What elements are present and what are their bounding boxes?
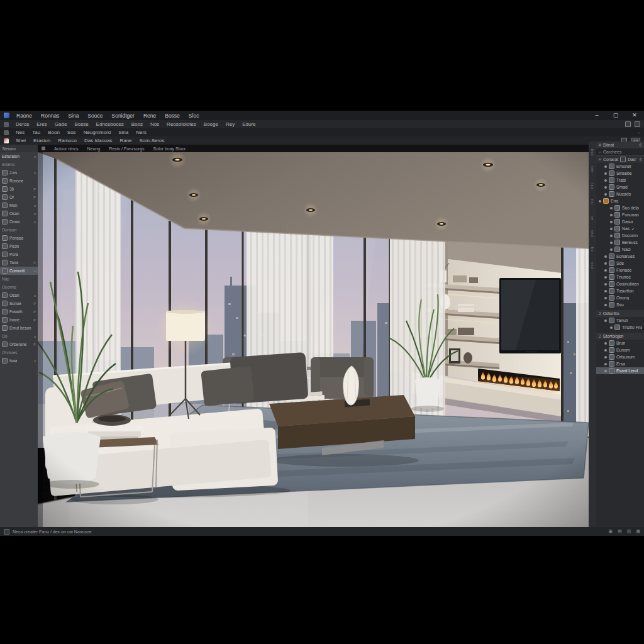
menu-item[interactable]: Rene: [139, 113, 160, 119]
section-environment[interactable]: 2 Storfolojen: [596, 333, 644, 340]
outliner-row[interactable]: Eng: [596, 197, 644, 204]
left-panel-row[interactable]: Mon o: [0, 201, 38, 209]
left-panel-row[interactable]: Peon: [0, 242, 38, 250]
layout-icon[interactable]: [635, 121, 640, 127]
section-materials[interactable]: 2 Odlurtito: [596, 310, 644, 317]
left-panel-row[interactable]: Osan o: [0, 291, 38, 299]
menu-item[interactable]: Sina: [64, 113, 83, 119]
outliner-row[interactable]: Doconin: [596, 232, 644, 239]
outliner-row[interactable]: Orisunum: [596, 353, 644, 360]
search-row[interactable]: ⌕ Garchees: [596, 148, 644, 156]
visibility-icon[interactable]: [610, 221, 613, 223]
visibility-icon[interactable]: [604, 290, 607, 292]
menu-item[interactable]: Boos: [128, 121, 147, 127]
left-panel-row[interactable]: Isaa o: [0, 357, 38, 365]
left-panel-row[interactable]: Orberune P: [0, 340, 38, 348]
menu-item[interactable]: Edure: [238, 121, 259, 127]
menu-item[interactable]: Nes: [12, 130, 28, 135]
visibility-icon[interactable]: [604, 262, 607, 265]
menu-item[interactable]: Sonidtger: [108, 113, 139, 119]
menu-item[interactable]: Reosotolotes: [163, 121, 200, 127]
display-mode-icon[interactable]: [620, 157, 626, 162]
outliner-row[interactable]: Sde: [596, 260, 644, 267]
outliner-row[interactable]: Onong: [596, 294, 644, 301]
status-tool-icon[interactable]: ▥: [627, 529, 631, 534]
visibility-icon[interactable]: [604, 269, 607, 272]
vertical-tab[interactable]: snd: [591, 230, 594, 237]
outliner-row[interactable]: Ssu: [596, 301, 644, 308]
status-tool-icon[interactable]: ▣: [609, 529, 613, 534]
menu-item[interactable]: Bosse: [70, 121, 92, 127]
visibility-icon[interactable]: [604, 342, 607, 345]
left-panel-row[interactable]: Pora: [0, 250, 38, 258]
menu-item[interactable]: Eres: [33, 121, 50, 127]
visibility-icon[interactable]: [604, 356, 607, 358]
outliner-row[interactable]: Tanuti: [596, 317, 644, 324]
left-panel-row[interactable]: Sunue P: [0, 299, 38, 308]
status-tool-icon[interactable]: ▤: [618, 529, 622, 534]
vertical-tab[interactable]: tao: [591, 183, 594, 189]
left-panel-row[interactable]: J-ns o: [0, 169, 38, 177]
visibility-icon[interactable]: [604, 349, 607, 352]
outliner-row[interactable]: Trats: [596, 177, 644, 184]
outliner-row[interactable]: Esant Lend: [596, 367, 644, 374]
visibility-icon[interactable]: [604, 255, 607, 258]
render-viewport[interactable]: [38, 152, 589, 527]
minimize-button[interactable]: –: [587, 111, 606, 120]
menu-item[interactable]: Gade: [51, 121, 71, 127]
vertical-tab[interactable]: ssd: [591, 262, 594, 269]
visibility-icon[interactable]: [610, 235, 613, 237]
vertical-tab[interactable]: sne: [591, 166, 594, 173]
close-button[interactable]: ✕: [625, 111, 644, 120]
left-panel-row[interactable]: Nap: [0, 275, 38, 283]
menu-item[interactable]: Booge: [200, 121, 222, 127]
outliner-row[interactable]: Eunom: [596, 347, 644, 353]
visibility-icon[interactable]: [604, 165, 607, 168]
visibility-icon[interactable]: [610, 326, 613, 329]
toolbar-item[interactable]: Ramoco: [54, 138, 80, 143]
menu-item[interactable]: Sooce: [83, 113, 107, 119]
menu-item[interactable]: Raone: [12, 113, 36, 119]
outliner-row[interactable]: Nucads: [596, 191, 644, 197]
menu-item[interactable]: Ners: [132, 130, 150, 135]
outliner-row[interactable]: Nacl: [596, 246, 644, 253]
vertical-tab[interactable]: nst: [591, 199, 594, 206]
viewport-tab[interactable]: Solor boay Sbox: [153, 147, 186, 151]
menu-item[interactable]: Sos: [64, 130, 80, 135]
vertical-tab[interactable]: bo: [591, 247, 594, 252]
visibility-icon[interactable]: [604, 276, 607, 279]
left-panel-row[interactable]: Tana P: [0, 258, 38, 267]
menu-item[interactable]: Boon: [44, 130, 64, 135]
visibility-icon[interactable]: [610, 214, 613, 216]
outliner-row[interactable]: Tinzito Fnaba: [596, 324, 644, 331]
visibility-icon[interactable]: [604, 283, 607, 286]
menu-item[interactable]: Rey: [222, 121, 238, 127]
outliner-row[interactable]: Eonarues: [596, 253, 644, 260]
visibility-icon[interactable]: [604, 304, 607, 306]
collapse-icon[interactable]: –: [638, 130, 640, 135]
left-panel-row[interactable]: Or P: [0, 193, 38, 201]
status-tool-icon[interactable]: ▦: [636, 529, 640, 534]
viewport-menu-icon[interactable]: [42, 147, 45, 150]
outliner-row[interactable]: Tnunee: [596, 274, 644, 280]
left-panel-row[interactable]: Ouonne: [0, 283, 38, 291]
menu-item[interactable]: Sina: [114, 130, 132, 135]
outliner-row[interactable]: Brun: [596, 340, 644, 347]
panel-toggle-icon[interactable]: [625, 121, 631, 127]
left-panel-row[interactable]: Oo o: [0, 332, 38, 340]
left-panel-row[interactable]: Ponspa: [0, 234, 38, 242]
menu-item[interactable]: Ronnas: [36, 113, 64, 119]
toolbar-item[interactable]: Erasion: [30, 138, 54, 143]
outliner-row[interactable]: Sinsebe: [596, 170, 644, 177]
left-panel-row[interactable]: Sriamo: [0, 160, 38, 169]
left-panel-row[interactable]: Osan o: [0, 209, 38, 218]
outliner-row[interactable]: Fionace: [596, 267, 644, 274]
visibility-icon[interactable]: [604, 370, 607, 372]
menu-item[interactable]: Bosse: [160, 113, 184, 119]
left-panel-row[interactable]: Esturaton o: [0, 152, 38, 160]
outliner-row[interactable]: Bereuss: [596, 239, 644, 246]
toolbar-item[interactable]: Shei: [12, 138, 30, 143]
left-panel-row[interactable]: Emut beson: [0, 324, 38, 332]
menu-item[interactable]: Ednceboces: [92, 121, 128, 127]
visibility-icon[interactable]: [599, 200, 601, 203]
